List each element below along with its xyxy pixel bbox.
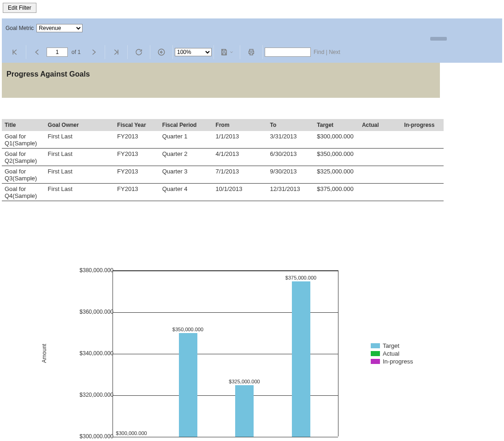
- table-cell: 1/1/2013: [213, 131, 267, 149]
- table-cell: Quarter 3: [160, 166, 213, 184]
- table-cell: 6/30/2013: [267, 149, 314, 166]
- report-toolbar: of 1 100% Find | Next: [2, 42, 502, 63]
- bar-target: [179, 333, 197, 437]
- table-cell: 4/1/2013: [213, 149, 267, 166]
- column-header: Fiscal Period: [160, 119, 213, 131]
- gridline: [113, 271, 338, 271]
- column-header: To: [267, 119, 314, 131]
- goal-metric-label: Goal Metric: [6, 25, 34, 31]
- legend-label: Target: [383, 342, 399, 349]
- chart-legend: TargetActualIn-progress: [371, 341, 413, 366]
- table-cell: Quarter 4: [160, 184, 213, 201]
- back-icon[interactable]: [152, 45, 171, 59]
- column-header: From: [213, 119, 267, 131]
- report-title: Progress Against Goals: [6, 70, 435, 78]
- y-tick-label: $340,000.000: [80, 350, 113, 357]
- table-cell: Goal for Q2(Sample): [2, 149, 45, 166]
- table-cell: Goal for Q4(Sample): [2, 184, 45, 201]
- zoom-select[interactable]: 100%: [175, 48, 212, 56]
- table-cell: [401, 184, 444, 201]
- column-header: In-progress: [401, 119, 444, 131]
- refresh-icon[interactable]: [130, 45, 148, 59]
- legend-item: In-progress: [371, 358, 413, 365]
- table-cell: [401, 131, 444, 149]
- edit-filter-button[interactable]: Edit Filter: [3, 3, 36, 13]
- table-cell: 7/1/2013: [213, 166, 267, 184]
- table-row: Goal for Q4(Sample)First LastFY2013Quart…: [2, 184, 444, 201]
- first-page-icon[interactable]: [6, 45, 24, 59]
- table-cell: $350,000.000: [314, 149, 359, 166]
- legend-item: Target: [371, 342, 413, 349]
- y-tick-label: $360,000.000: [80, 309, 113, 315]
- table-cell: First Last: [45, 149, 115, 166]
- legend-swatch: [371, 351, 380, 356]
- column-header: Fiscal Year: [114, 119, 160, 131]
- table-cell: FY2013: [114, 166, 160, 184]
- bar-target: [235, 385, 254, 437]
- table-cell: 12/31/2013: [267, 184, 314, 201]
- table-cell: [401, 166, 444, 184]
- splitter-grip[interactable]: [430, 37, 447, 41]
- next-page-icon[interactable]: [84, 45, 103, 59]
- legend-swatch: [371, 359, 380, 364]
- y-tick-label: $380,000.000: [80, 267, 113, 274]
- table-cell: Quarter 2: [160, 149, 213, 166]
- table-cell: 10/1/2013: [213, 184, 267, 201]
- bar-value-label: $300,000.000: [116, 430, 147, 436]
- legend-item: Actual: [371, 350, 413, 357]
- table-cell: 3/31/2013: [267, 131, 314, 149]
- table-cell: 9/30/2013: [267, 166, 314, 184]
- column-header: Goal Owner: [45, 119, 115, 131]
- column-header: Target: [314, 119, 359, 131]
- table-cell: FY2013: [114, 131, 160, 149]
- bar-value-label: $350,000.000: [172, 327, 203, 332]
- table-cell: Quarter 1: [160, 131, 213, 149]
- report-header: Progress Against Goals: [2, 63, 440, 98]
- table-cell: [359, 184, 402, 201]
- goals-chart: Amount $300,000.000$350,000.000$325,000.…: [2, 266, 343, 441]
- toolbar-separator: [2, 38, 502, 42]
- table-cell: $375,000.000: [314, 184, 359, 201]
- gridline: [113, 437, 338, 437]
- table-cell: Goal for Q1(Sample): [2, 131, 45, 149]
- y-tick-label: $300,000.000: [80, 433, 113, 440]
- table-cell: [359, 131, 402, 149]
- column-header: Actual: [359, 119, 402, 131]
- bar-value-label: $375,000.000: [285, 275, 316, 280]
- y-tick-label: $320,000.000: [80, 392, 113, 398]
- table-cell: FY2013: [114, 184, 160, 201]
- table-cell: $300,000.000: [314, 131, 359, 149]
- table-cell: First Last: [45, 131, 115, 149]
- goals-table: TitleGoal OwnerFiscal YearFiscal PeriodF…: [2, 119, 444, 201]
- bar-target: [292, 281, 310, 437]
- bar-value-label: $325,000.000: [229, 379, 260, 384]
- table-cell: Goal for Q3(Sample): [2, 166, 45, 184]
- legend-swatch: [371, 343, 380, 348]
- find-next-button[interactable]: Find | Next: [314, 49, 340, 55]
- table-cell: [359, 166, 402, 184]
- prev-page-icon[interactable]: [28, 45, 47, 59]
- save-button[interactable]: [216, 48, 238, 56]
- table-cell: FY2013: [114, 149, 160, 166]
- print-icon[interactable]: [242, 45, 261, 59]
- parameter-bar: Goal Metric Revenue: [2, 18, 502, 38]
- table-cell: First Last: [45, 184, 115, 201]
- goal-metric-select[interactable]: Revenue: [36, 24, 83, 32]
- table-cell: $325,000.000: [314, 166, 359, 184]
- table-cell: First Last: [45, 166, 115, 184]
- table-cell: [359, 149, 402, 166]
- last-page-icon[interactable]: [107, 45, 125, 59]
- legend-label: Actual: [383, 350, 399, 357]
- table-cell: [401, 149, 444, 166]
- chevron-down-icon: [229, 50, 234, 54]
- search-input[interactable]: [265, 48, 311, 57]
- page-of-label: of 1: [71, 49, 81, 55]
- table-row: Goal for Q3(Sample)First LastFY2013Quart…: [2, 166, 444, 184]
- column-header: Title: [2, 119, 45, 131]
- table-row: Goal for Q1(Sample)First LastFY2013Quart…: [2, 131, 444, 149]
- table-row: Goal for Q2(Sample)First LastFY2013Quart…: [2, 149, 444, 166]
- legend-label: In-progress: [383, 358, 413, 365]
- y-axis-label: Amount: [41, 344, 47, 363]
- page-number-input[interactable]: [47, 48, 68, 57]
